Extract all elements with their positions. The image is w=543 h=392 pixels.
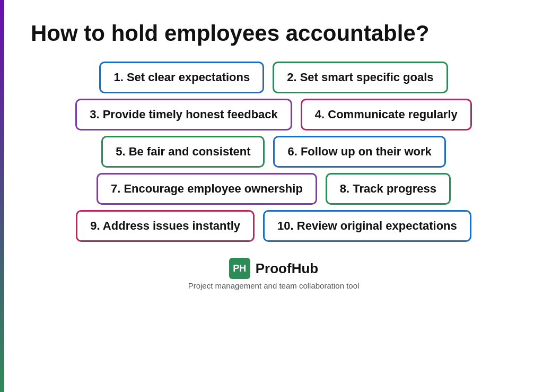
brand-tagline: Project management and team collaboratio… <box>188 281 360 290</box>
item-3: 3. Provide timely honest feedback <box>75 99 292 130</box>
row-5: 9. Address issues instantly 10. Review o… <box>31 210 516 242</box>
row-2: 3. Provide timely honest feedback 4. Com… <box>31 99 516 130</box>
row-4: 7. Encourage employee ownership 8. Track… <box>31 173 516 205</box>
ph-logo: PH <box>229 258 250 279</box>
row-3: 5. Be fair and consistent 6. Follow up o… <box>31 136 516 168</box>
item-9: 9. Address issues instantly <box>76 210 255 242</box>
brand-name: ProofHub <box>256 260 318 277</box>
footer-logo-row: PH ProofHub <box>229 258 318 279</box>
item-10: 10. Review original expectations <box>263 210 471 242</box>
item-8: 8. Track progress <box>326 173 451 205</box>
item-5: 5. Be fair and consistent <box>101 136 265 168</box>
item-7: 7. Encourage employee ownership <box>97 173 317 205</box>
item-4: 4. Communicate regularly <box>301 99 472 130</box>
main-card: How to hold employees accountable? 1. Se… <box>0 0 543 392</box>
page-title: How to hold employees accountable? <box>31 21 516 46</box>
items-grid: 1. Set clear expectations 2. Set smart s… <box>31 62 516 242</box>
item-6: 6. Follow up on their work <box>273 136 445 168</box>
item-1: 1. Set clear expectations <box>99 62 264 93</box>
item-2: 2. Set smart specific goals <box>273 62 448 93</box>
row-1: 1. Set clear expectations 2. Set smart s… <box>31 62 516 93</box>
footer: PH ProofHub Project management and team … <box>31 258 516 290</box>
